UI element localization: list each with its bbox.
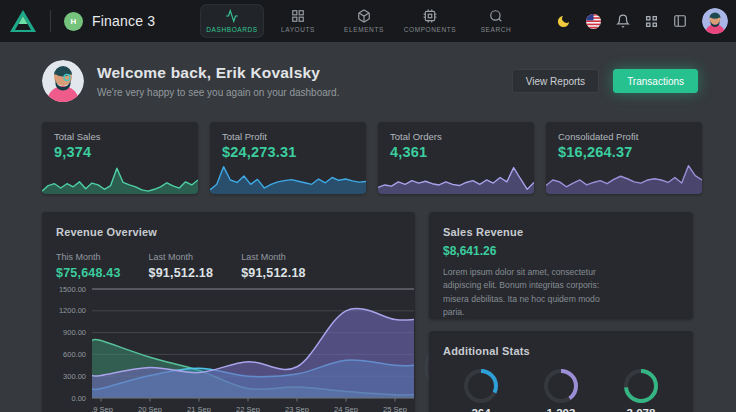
nav-label: DASHBOARDS (206, 26, 258, 33)
mini-donut-chart (624, 369, 658, 403)
box-icon (357, 9, 371, 23)
revenue-stats: This Month $75,648.43 Last Month $91,512… (56, 252, 401, 280)
stat-label: Total Profit (222, 131, 267, 142)
navbar-actions (556, 0, 728, 42)
panel-title: Revenue Overview (56, 226, 401, 238)
nav-label: SEARCH (481, 26, 512, 33)
nav-item-dashboards[interactable]: DASHBOARDS (200, 4, 264, 38)
stat-card-total-orders: Total Orders 4,361 (378, 122, 534, 194)
mini-donut-value: 264 (461, 407, 501, 412)
panel-title: Additional Stats (443, 345, 679, 357)
welcome-subtitle: We're very happy to see you again on you… (97, 87, 339, 98)
mini-donut-value: 1,203 (541, 407, 581, 412)
y-tick-label: 600.00 (46, 350, 86, 359)
x-tick-label: 19 Sep (92, 405, 113, 412)
us-flag-icon[interactable] (586, 14, 601, 29)
x-tick-label: 23 Sep (285, 405, 309, 412)
sparkline-chart (42, 160, 198, 194)
x-tick-label: 25 Sep (383, 405, 407, 412)
mini-donut-chart (544, 369, 578, 403)
stat-value: $16,264.37 (558, 144, 633, 160)
y-tick-label: 900.00 (46, 328, 86, 337)
stat-value: $91,512.18 (149, 266, 214, 280)
top-navbar: H Finance 3 DASHBOARDS LAYOUTS ELEMENTS … (0, 0, 736, 42)
revenue-stat-last-month-1: Last Month $91,512.18 (149, 252, 214, 280)
sparkline-chart (546, 160, 702, 194)
stat-label: Last Month (241, 252, 306, 262)
grid-icon (291, 9, 305, 23)
welcome-text: Welcome back, Erik Kovalsky We're very h… (97, 64, 339, 98)
x-tick-label: 20 Sep (138, 405, 162, 412)
sparkline-chart (210, 160, 366, 194)
nav-label: LAYOUTS (281, 26, 315, 33)
view-reports-button[interactable]: View Reports (512, 69, 599, 93)
mini-donut-chart (464, 369, 498, 403)
apps-grid-icon[interactable] (645, 15, 658, 28)
stat-value: 9,374 (54, 144, 91, 160)
divider (50, 10, 51, 32)
x-tick-label: 24 Sep (334, 405, 358, 412)
stat-value: $91,512.18 (241, 266, 306, 280)
nav-label: COMPONENTS (404, 26, 457, 33)
stat-value: $24,273.31 (222, 144, 297, 160)
mini-donut-value: 3,078 (621, 407, 661, 412)
y-axis-labels: 1500.001200.00900.00600.00300.000.00 (46, 284, 86, 404)
sidebar-toggle-icon[interactable] (673, 14, 687, 28)
stat-label: Total Sales (54, 131, 100, 142)
nav-item-elements[interactable]: ELEMENTS (332, 4, 396, 38)
revenue-area-chart: 1500.001200.00900.00600.00300.000.00 19 … (46, 284, 406, 412)
activity-icon (225, 9, 239, 23)
stat-label: Total Orders (390, 131, 442, 142)
moon-icon[interactable] (556, 14, 571, 29)
welcome-title: Welcome back, Erik Kovalsky (97, 64, 339, 82)
stat-label: Consolidated Profit (558, 131, 638, 142)
x-tick-label: 21 Sep (187, 405, 211, 412)
x-tick-label: 22 Sep (236, 405, 260, 412)
stat-card-total-sales: Total Sales 9,374 (42, 122, 198, 194)
sales-revenue-value: $8,641.26 (443, 244, 679, 258)
y-tick-label: 1500.00 (46, 285, 86, 294)
sales-revenue-panel: Sales Revenue $8,641.26 Lorem ipsum dolo… (429, 212, 693, 319)
mini-donuts-row: 264 1,203 3,078 (443, 369, 679, 412)
search-icon (489, 9, 503, 23)
transactions-button[interactable]: Transactions (613, 69, 698, 93)
nav-item-components[interactable]: COMPONENTS (398, 4, 462, 38)
brand-badge: H (64, 12, 83, 31)
chart-plot-area: 19 Sep20 Sep21 Sep22 Sep23 Sep24 Sep25 S… (92, 284, 414, 412)
main-nav: DASHBOARDS LAYOUTS ELEMENTS COMPONENTS S… (200, 0, 528, 42)
additional-stats-panel: Additional Stats 264 1,203 3,078 (429, 331, 693, 412)
sparkline-chart (378, 160, 534, 194)
bell-icon[interactable] (616, 14, 630, 28)
user-avatar[interactable] (702, 8, 728, 34)
revenue-overview-panel: Revenue Overview This Month $75,648.43 L… (42, 212, 415, 412)
revenue-stat-this-month: This Month $75,648.43 (56, 252, 121, 280)
revenue-stat-last-month-2: Last Month $91,512.18 (241, 252, 306, 280)
cpu-icon (423, 9, 437, 23)
stat-card-consolidated-profit: Consolidated Profit $16,264.37 (546, 122, 702, 194)
stat-label: Last Month (149, 252, 214, 262)
nav-item-search[interactable]: SEARCH (464, 4, 528, 38)
nav-item-layouts[interactable]: LAYOUTS (266, 4, 330, 38)
stat-label: This Month (56, 252, 121, 262)
brand[interactable]: H Finance 3 (0, 8, 155, 34)
nav-label: ELEMENTS (344, 26, 384, 33)
y-tick-label: 0.00 (46, 394, 86, 403)
app-title: Finance 3 (92, 13, 155, 29)
app-logo-icon (9, 8, 37, 34)
welcome-section: Welcome back, Erik Kovalsky We're very h… (42, 58, 698, 104)
panel-title: Sales Revenue (443, 226, 679, 238)
mini-donut-stat: 264 (461, 369, 501, 412)
stat-cards-row: Total Sales 9,374 Total Profit $24,273.3… (42, 122, 702, 194)
sales-revenue-description: Lorem ipsum dolor sit amet, consectetur … (443, 266, 611, 319)
stat-value: 4,361 (390, 144, 427, 160)
mini-donut-stat: 1,203 (541, 369, 581, 412)
y-tick-label: 300.00 (46, 372, 86, 381)
finance-dashboard: H Finance 3 DASHBOARDS LAYOUTS ELEMENTS … (0, 0, 736, 412)
stat-card-total-profit: Total Profit $24,273.31 (210, 122, 366, 194)
stat-value: $75,648.43 (56, 266, 121, 280)
y-tick-label: 1200.00 (46, 306, 86, 315)
welcome-actions: View Reports Transactions (512, 69, 698, 93)
welcome-avatar (42, 60, 84, 102)
mini-donut-stat: 3,078 (621, 369, 661, 412)
